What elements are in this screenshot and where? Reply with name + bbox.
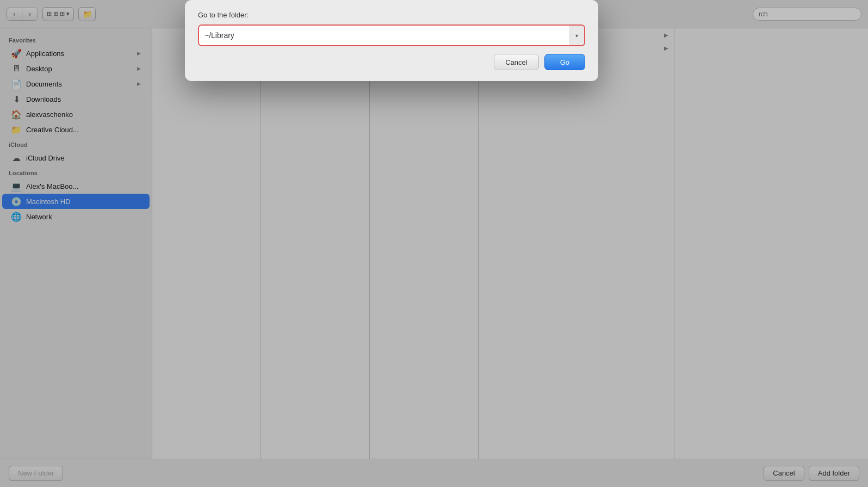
go-to-folder-modal: Go to the folder: ▾ Cancel Go [185,0,598,81]
modal-buttons: Cancel Go [198,54,585,70]
folder-input-row: ▾ [198,24,585,46]
modal-overlay: Go to the folder: ▾ Cancel Go [0,0,868,487]
folder-dropdown-button[interactable]: ▾ [569,26,584,45]
finder-window: ‹ › ⊞ ⊞ ⊞ ▾ 📁 Favorites 🚀 Applications ▶ [0,0,868,487]
modal-title: Go to the folder: [198,11,585,19]
modal-cancel-button[interactable]: Cancel [494,54,538,70]
folder-path-input[interactable] [199,26,569,45]
dropdown-chevron-icon: ▾ [575,33,578,39]
modal-go-button[interactable]: Go [544,54,585,70]
